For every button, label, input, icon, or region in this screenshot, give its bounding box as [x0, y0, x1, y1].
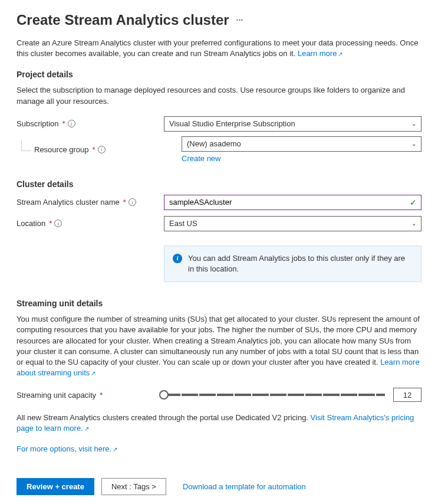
cluster-name-input[interactable] [164, 195, 421, 210]
cluster-name-label: Stream Analytics cluster name [17, 198, 120, 207]
project-details-desc: Select the subscription to manage deploy… [17, 85, 421, 106]
page-title: Create Stream Analytics cluster [17, 12, 229, 28]
required-indicator: * [49, 219, 52, 228]
create-new-link[interactable]: Create new [182, 154, 220, 163]
learn-more-link[interactable]: Learn more↗ [298, 49, 343, 58]
location-info-box: i You can add Stream Analytics jobs to t… [164, 246, 421, 282]
cluster-details-heading: Cluster details [17, 179, 421, 189]
project-details-heading: Project details [17, 70, 421, 79]
chevron-down-icon: ⌄ [411, 220, 416, 227]
subscription-label: Subscription [17, 119, 59, 128]
required-indicator: * [123, 198, 126, 207]
capacity-value-input[interactable]: 12 [393, 388, 421, 402]
required-indicator: * [100, 391, 103, 400]
external-link-icon: ↗ [91, 369, 95, 378]
intro-text: Create an Azure Stream Analytics cluster… [17, 38, 421, 59]
required-indicator: * [93, 145, 95, 154]
required-indicator: * [62, 119, 65, 128]
pricing-text: All new Stream Analytics clusters create… [17, 413, 421, 434]
location-select[interactable]: East US ⌄ [164, 216, 421, 231]
info-circle-icon: i [173, 254, 182, 263]
indent-line [21, 140, 31, 151]
more-menu-icon[interactable]: ··· [236, 15, 243, 25]
more-options-link[interactable]: For more options, visit here.↗ [17, 444, 117, 453]
download-template-link[interactable]: Download a template for automation [183, 482, 306, 491]
info-icon[interactable]: i [54, 220, 62, 227]
streaming-unit-desc: You must configure the number of streami… [17, 314, 421, 378]
slider-thumb[interactable] [159, 390, 169, 400]
resource-group-label: Resource group [34, 145, 89, 154]
check-icon: ✓ [410, 198, 417, 207]
review-create-button[interactable]: Review + create [17, 478, 94, 495]
capacity-slider[interactable] [164, 394, 385, 396]
capacity-label: Streaming unit capacity [17, 391, 96, 400]
location-label: Location [17, 219, 45, 228]
external-link-icon: ↗ [84, 425, 89, 433]
next-tags-button[interactable]: Next : Tags > [101, 478, 166, 495]
chevron-down-icon: ⌄ [411, 120, 416, 127]
resource-group-select[interactable]: (New) asademo ⌄ [182, 136, 421, 152]
external-link-icon: ↗ [338, 50, 343, 58]
external-link-icon: ↗ [113, 446, 117, 454]
info-icon[interactable]: i [98, 146, 106, 153]
subscription-select[interactable]: Visual Studio Enterprise Subscription ⌄ [164, 116, 421, 132]
info-icon[interactable]: i [129, 198, 136, 206]
streaming-unit-heading: Streaming unit details [17, 299, 421, 308]
chevron-down-icon: ⌄ [411, 140, 416, 147]
info-icon[interactable]: i [68, 120, 75, 127]
